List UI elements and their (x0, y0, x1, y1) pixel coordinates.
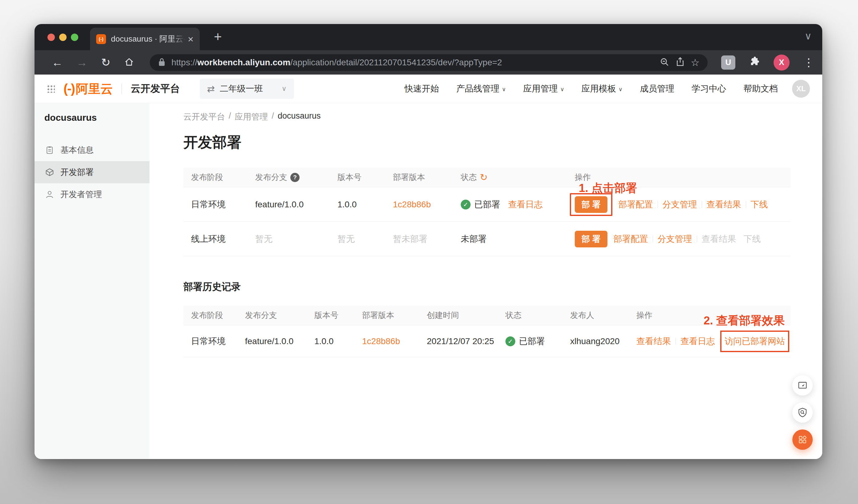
extensions-puzzle-icon[interactable] (749, 56, 760, 69)
sidebar-item-developer-management[interactable]: 开发者管理 (34, 183, 149, 206)
view-log-link[interactable]: 查看日志 (508, 199, 543, 210)
history-section-title: 部署历史记录 (184, 280, 822, 293)
chevron-down-icon: ∨ (502, 86, 506, 93)
apps-grid-icon (797, 434, 808, 445)
apps-fab[interactable] (792, 429, 813, 450)
col-deploy-version: 部署版本 (393, 172, 461, 183)
nav-item-app-templates[interactable]: 应用模板∨ (582, 83, 622, 95)
new-tab-button[interactable]: + (214, 29, 222, 44)
cell-publisher: xlhuang2020 (570, 337, 636, 346)
cell-stage: 日常环境 (191, 199, 255, 210)
deploy-button[interactable]: 部 署 (575, 196, 607, 213)
sidebar-item-label: 开发部署 (60, 167, 94, 178)
zoom-window-button[interactable] (71, 34, 78, 41)
product-name: 云开发平台 (131, 82, 180, 96)
cell-stage: 线上环境 (191, 233, 255, 245)
workspace-name: 二年级一班 (220, 83, 263, 95)
home-icon[interactable] (124, 57, 134, 68)
desktop-background: (-) docusaurus · 阿里云-云开发平台 × + ∨ ← → ↻ h… (0, 0, 858, 504)
cell-version: 1.0.0 (337, 200, 393, 210)
nav-item-product-line[interactable]: 产品线管理∨ (456, 83, 506, 95)
browser-menu-kebab-icon[interactable]: ⋮ (803, 56, 814, 69)
shield-search-icon (797, 407, 808, 418)
user-avatar[interactable]: XL (792, 80, 810, 98)
aliyun-logo-text: 阿里云 (76, 80, 113, 97)
browser-tab[interactable]: (-) docusaurus · 阿里云-云开发平台 × (90, 28, 200, 50)
offline-link-disabled: 下线 (744, 233, 761, 245)
address-bar[interactable]: https://workbench.aliyun.com/application… (150, 54, 708, 71)
help-icon[interactable]: ? (290, 173, 300, 182)
action-divider (676, 338, 676, 345)
nav-item-learning-center[interactable]: 学习中心 (692, 83, 726, 95)
aliyun-logo-mark-icon: (-) (63, 81, 75, 96)
visit-deployed-site-link[interactable]: 访问已部署网站 (725, 337, 785, 346)
deploy-version-link[interactable]: 1c28b86b (362, 337, 427, 346)
annotation-step1: 1. 点击部署 (579, 180, 637, 196)
chevron-down-icon: ∨ (282, 85, 287, 93)
nav-item-members[interactable]: 成员管理 (640, 83, 674, 95)
col-branch: 发布分支 (245, 310, 314, 321)
tab-close-icon[interactable]: × (188, 34, 193, 44)
deploy-version-link[interactable]: 1c28b86b (393, 200, 461, 210)
sidebar-item-deploy[interactable]: 开发部署 (34, 161, 149, 183)
browser-profile-avatar[interactable]: X (774, 54, 790, 70)
deploy-button[interactable]: 部 署 (575, 231, 607, 247)
breadcrumb-app-management[interactable]: 应用管理 (235, 111, 268, 122)
aliyun-logo[interactable]: (-) 阿里云 (63, 80, 113, 97)
action-divider (697, 236, 697, 242)
deploy-config-link[interactable]: 部署配置 (614, 233, 648, 245)
view-result-link[interactable]: 查看结果 (636, 336, 671, 347)
browser-tab-strip: (-) docusaurus · 阿里云-云开发平台 × + ∨ (34, 24, 822, 50)
sidebar-item-basic-info[interactable]: 基本信息 (34, 139, 149, 161)
branch-management-link[interactable]: 分支管理 (663, 199, 697, 210)
table-row: 线上环境 暂无 暂无 暂未部署 未部署 部 署 部署配置 分支管理 (184, 222, 791, 256)
nav-label: 快速开始 (404, 83, 439, 95)
person-icon (45, 190, 54, 199)
security-scan-fab[interactable] (792, 402, 813, 423)
cell-branch: feature/1.0.0 (255, 200, 337, 210)
bookmark-star-icon[interactable]: ☆ (690, 57, 700, 68)
col-status: 状态 (461, 172, 477, 183)
close-window-button[interactable] (47, 34, 55, 41)
offline-link[interactable]: 下线 (751, 199, 768, 210)
nav-item-app-management[interactable]: 应用管理∨ (523, 83, 564, 95)
view-result-link-disabled: 查看结果 (702, 233, 736, 245)
nav-item-help-docs[interactable]: 帮助文档 (743, 83, 778, 95)
refresh-icon[interactable]: ↻ (480, 172, 488, 183)
success-check-icon: ✓ (461, 200, 471, 210)
chevron-down-icon: ∨ (560, 86, 564, 93)
action-divider (702, 201, 702, 208)
zoom-out-icon[interactable] (659, 57, 670, 68)
tab-search-chevron-icon[interactable]: ∨ (805, 30, 812, 42)
aliyun-favicon-icon: (-) (96, 34, 106, 44)
back-icon[interactable]: ← (52, 57, 63, 68)
share-icon[interactable] (675, 57, 685, 68)
action-divider (653, 236, 653, 242)
nav-item-quick-start[interactable]: 快速开始 (404, 83, 439, 95)
branch-management-link[interactable]: 分支管理 (658, 233, 692, 245)
feedback-send-icon (797, 380, 808, 391)
url-path: /application/detail/2021120701541235/dev… (290, 58, 502, 67)
app-header: (-) 阿里云 云开发平台 ⇄ 二年级一班 ∨ 快速开始 产品线管理∨ 应用管理… (34, 75, 822, 103)
cell-deploy-version: 暂未部署 (393, 233, 461, 245)
nav-label: 成员管理 (640, 83, 674, 95)
col-stage: 发布阶段 (191, 310, 245, 321)
workspace-selector[interactable]: ⇄ 二年级一班 ∨ (200, 79, 294, 99)
deploy-config-link[interactable]: 部署配置 (619, 199, 653, 210)
col-deploy-version: 部署版本 (362, 310, 427, 321)
breadcrumb-platform[interactable]: 云开发平台 (184, 111, 225, 122)
feedback-fab[interactable] (792, 375, 813, 395)
view-result-link[interactable]: 查看结果 (707, 199, 741, 210)
tab-title: docusaurus · 阿里云-云开发平台 (111, 34, 186, 44)
success-check-icon: ✓ (505, 337, 515, 346)
breadcrumb-current: docusaurus (278, 111, 321, 122)
extension-u-icon[interactable]: U (721, 55, 735, 70)
minimize-window-button[interactable] (59, 34, 67, 41)
page-content: (-) 阿里云 云开发平台 ⇄ 二年级一班 ∨ 快速开始 产品线管理∨ 应用管理… (34, 75, 822, 459)
app-launcher-grid-icon[interactable] (47, 85, 55, 93)
top-navigation: 快速开始 产品线管理∨ 应用管理∨ 应用模板∨ 成员管理 学习中心 帮助文档 (404, 83, 778, 95)
status-text: 已部署 (519, 336, 545, 347)
annotation-box-step2: 访问已部署网站 (720, 330, 789, 352)
view-log-link[interactable]: 查看日志 (681, 336, 715, 347)
reload-icon[interactable]: ↻ (101, 57, 110, 68)
